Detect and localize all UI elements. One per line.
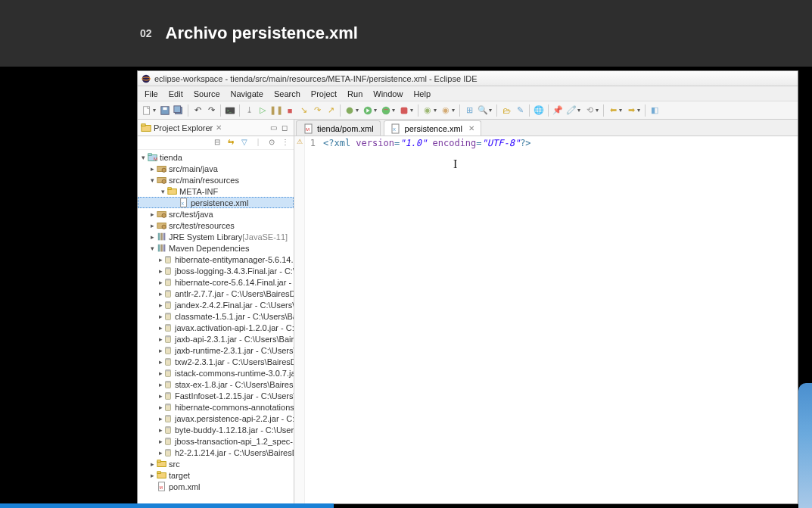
- step-into-icon[interactable]: ↘: [297, 104, 310, 117]
- svg-rect-2: [144, 106, 150, 114]
- jar-node[interactable]: ▸javax.activation-api-1.2.0.jar - C:\U: [138, 322, 294, 333]
- undo-icon[interactable]: ↶: [191, 104, 204, 117]
- run-icon[interactable]: [362, 104, 374, 117]
- pause-icon[interactable]: ❚❚: [270, 104, 282, 117]
- close-icon[interactable]: ✕: [468, 124, 474, 132]
- save-all-icon[interactable]: [173, 104, 185, 117]
- svg-rect-4: [163, 107, 166, 110]
- svg-text:M: M: [306, 127, 310, 132]
- task-icon[interactable]: ✎: [514, 104, 526, 117]
- redo-icon[interactable]: ↷: [205, 104, 217, 117]
- pom-xml-node[interactable]: Mpom.xml: [138, 481, 294, 492]
- svg-rect-62: [166, 381, 171, 382]
- line-number-gutter: 1: [305, 136, 320, 503]
- step-over-icon[interactable]: ↷: [311, 104, 323, 117]
- jar-node[interactable]: ▸txw2-2.3.1.jar - C:\Users\BairesDev: [138, 356, 294, 367]
- jar-node[interactable]: ▸classmate-1.5.1.jar - C:\Users\Baire: [138, 310, 294, 322]
- persistence-xml-node[interactable]: Xpersistence.xml: [138, 197, 294, 208]
- terminal-icon[interactable]: >_: [224, 104, 236, 117]
- svg-rect-36: [157, 244, 160, 251]
- maximize-icon[interactable]: ◻: [282, 123, 291, 132]
- link-editor-icon[interactable]: ⇆: [226, 138, 236, 148]
- focus-icon[interactable]: ⊙: [266, 138, 277, 148]
- ext-tools-icon[interactable]: [398, 104, 410, 117]
- menu-run[interactable]: Run: [342, 88, 368, 100]
- search-icon[interactable]: 🔍: [477, 104, 489, 117]
- source-folder-icon: [156, 209, 167, 219]
- menu-file[interactable]: File: [139, 88, 163, 100]
- svg-rect-13: [384, 109, 387, 110]
- menu-project[interactable]: Project: [306, 88, 342, 100]
- svg-text:M: M: [159, 485, 162, 489]
- jar-node[interactable]: ▸hibernate-commons-annotations-: [138, 401, 294, 413]
- jar-icon: [163, 300, 173, 310]
- resume-icon[interactable]: ▷: [257, 104, 269, 117]
- web-icon[interactable]: 🌐: [533, 104, 545, 117]
- jar-node[interactable]: ▸stax-ex-1.8.jar - C:\Users\BairesDev: [138, 379, 294, 390]
- target-folder-node[interactable]: ▸target: [138, 469, 294, 481]
- tab-pom[interactable]: M tienda/pom.xml: [296, 120, 381, 136]
- svg-rect-6: [174, 105, 181, 112]
- skip-icon[interactable]: ⤓: [243, 104, 255, 117]
- menu-navigate[interactable]: Navigate: [226, 88, 269, 100]
- src-test-java-node[interactable]: ▸src/test/java: [138, 208, 294, 220]
- folder-icon: [166, 186, 178, 196]
- jar-node[interactable]: ▸antlr-2.7.7.jar - C:\Users\BairesDev\: [138, 288, 294, 299]
- open-type-icon[interactable]: ⊞: [463, 104, 475, 117]
- jar-node[interactable]: ▸h2-2.1.214.jar - C:\Users\BairesDev: [138, 447, 294, 458]
- menu-edit[interactable]: Edit: [163, 88, 188, 100]
- bookmark-icon[interactable]: 🧷: [565, 104, 577, 117]
- save-icon[interactable]: [159, 104, 171, 117]
- filter-icon[interactable]: ▽: [239, 138, 250, 148]
- stop-icon[interactable]: ■: [284, 104, 296, 117]
- menu-source[interactable]: Source: [188, 88, 226, 100]
- pin-icon[interactable]: 📌: [552, 104, 564, 117]
- jar-node[interactable]: ▸jboss-transaction-api_1.2_spec-1.1.: [138, 435, 294, 447]
- jar-node[interactable]: ▸jboss-logging-3.4.3.Final.jar - C:\U: [138, 265, 294, 276]
- jar-node[interactable]: ▸jaxb-api-2.3.1.jar - C:\Users\BairesD: [138, 333, 294, 344]
- jre-library-node[interactable]: ▸JRE System Library [JavaSE-11]: [138, 231, 294, 242]
- tab-persistence[interactable]: X persistence.xml ✕: [384, 120, 481, 136]
- explorer-pin-icon[interactable]: ✕: [216, 123, 222, 132]
- jar-node[interactable]: ▸FastInfoset-1.2.15.jar - C:\Users\Bai: [138, 390, 294, 401]
- back-icon[interactable]: ⬅: [607, 104, 619, 117]
- project-tree[interactable]: ▾Mtienda ▸src/main/java ▾src/main/resour…: [138, 150, 294, 503]
- new-package-icon[interactable]: ◉: [440, 104, 452, 117]
- perspective-icon[interactable]: ◧: [649, 104, 661, 117]
- collapse-all-icon[interactable]: ⊟: [212, 138, 222, 148]
- jar-node[interactable]: ▸hibernate-entitymanager-5.6.14.Fir: [138, 254, 294, 265]
- forward-icon[interactable]: ➡: [625, 104, 637, 117]
- minimize-icon[interactable]: ▭: [270, 123, 279, 132]
- svg-rect-48: [166, 301, 171, 303]
- src-test-resources-node[interactable]: ▸src/test/resources: [138, 220, 294, 231]
- code-area[interactable]: <?xml version="1.0" encoding="UTF-8"?> I: [320, 136, 798, 503]
- jar-node[interactable]: ▸byte-buddy-1.12.18.jar - C:\Users\E: [138, 424, 294, 435]
- library-icon: [156, 232, 167, 242]
- new-class-icon[interactable]: ◉: [422, 104, 434, 117]
- step-return-icon[interactable]: ↗: [325, 104, 337, 117]
- new-icon[interactable]: [141, 104, 153, 117]
- jar-icon: [163, 254, 173, 264]
- src-folder-node[interactable]: ▸src: [138, 458, 294, 469]
- menu-search[interactable]: Search: [269, 88, 306, 100]
- coverage-icon[interactable]: [380, 104, 392, 117]
- meta-inf-node[interactable]: ▾META-INF: [138, 185, 294, 197]
- menu-help[interactable]: Help: [408, 88, 436, 100]
- jar-node[interactable]: ▸jandex-2.4.2.Final.jar - C:\Users\Bai: [138, 299, 294, 310]
- src-main-resources-node[interactable]: ▾src/main/resources: [138, 174, 294, 185]
- maven-deps-node[interactable]: ▾Maven Dependencies: [138, 242, 294, 254]
- jar-node[interactable]: ▸jaxb-runtime-2.3.1.jar - C:\Users\Ba: [138, 344, 294, 356]
- debug-icon[interactable]: [344, 104, 356, 117]
- jar-node[interactable]: ▸istack-commons-runtime-3.0.7.jar: [138, 367, 294, 379]
- svg-rect-19: [148, 153, 151, 155]
- jar-node[interactable]: ▸hibernate-core-5.6.14.Final.jar - C:\: [138, 276, 294, 288]
- svg-point-30: [162, 213, 166, 217]
- menu-window[interactable]: Window: [368, 88, 408, 100]
- sync-icon[interactable]: ⟲: [583, 104, 596, 117]
- project-node[interactable]: ▾Mtienda: [138, 151, 294, 163]
- src-main-java-node[interactable]: ▸src/main/java: [138, 163, 294, 174]
- jar-node[interactable]: ▸javax.persistence-api-2.2.jar - C:\U: [138, 413, 294, 424]
- editor-body[interactable]: ⚠ 1 <?xml version="1.0" encoding="UTF-8"…: [294, 136, 798, 503]
- view-menu-icon[interactable]: ⋮: [280, 138, 291, 148]
- open-task-icon[interactable]: 🗁: [500, 104, 512, 117]
